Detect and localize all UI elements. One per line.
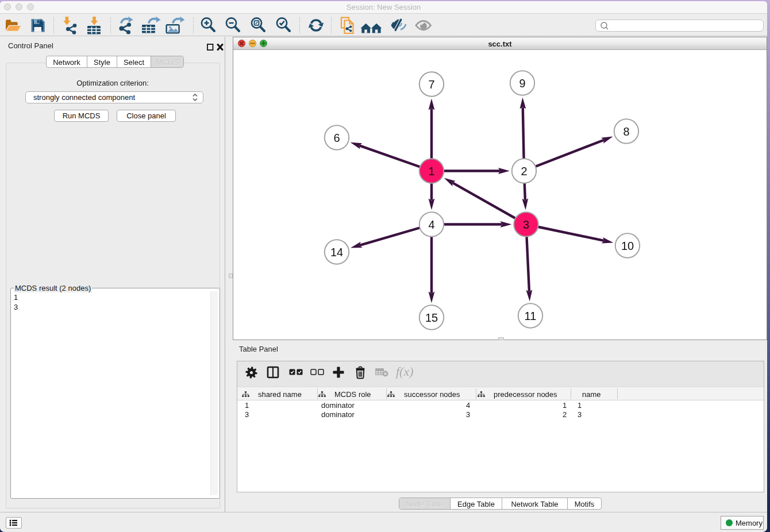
svg-text:2: 2 — [521, 165, 527, 178]
svg-text:3: 3 — [523, 218, 529, 231]
svg-text:8: 8 — [623, 125, 629, 138]
svg-text:11: 11 — [525, 310, 537, 322]
svg-text:10: 10 — [621, 240, 634, 252]
svg-text:1: 1 — [428, 165, 434, 178]
svg-text:9: 9 — [519, 77, 525, 90]
svg-text:6: 6 — [333, 132, 340, 144]
svg-text:7: 7 — [428, 78, 434, 91]
svg-text:4: 4 — [428, 218, 434, 231]
svg-text:15: 15 — [425, 311, 438, 324]
svg-text:14: 14 — [330, 246, 343, 259]
